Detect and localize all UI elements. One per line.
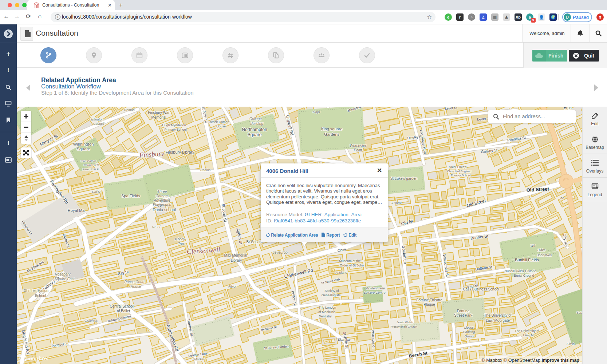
svg-text:Royal Ma: Royal Ma	[68, 208, 85, 213]
svg-text:Kings: Kings	[313, 110, 320, 114]
svg-text:CF Fl: CF Fl	[152, 225, 161, 229]
svg-text:House: House	[216, 124, 226, 128]
svg-text:Subway: Subway	[576, 311, 582, 314]
svg-text:Prince Court: Prince Court	[124, 280, 145, 284]
svg-text:Order of St John: Order of St John	[340, 264, 364, 267]
svg-text:Law, M: Law, M	[523, 333, 534, 337]
svg-text:The University of: The University of	[515, 329, 539, 333]
svg-text:he: he	[560, 196, 564, 200]
svg-text:atrick Coman: atrick Coman	[210, 120, 229, 124]
svg-text:Square East: Square East	[54, 277, 75, 281]
svg-text:Skan ka: Skan ka	[338, 338, 350, 341]
svg-text:Worcester: Worcester	[350, 144, 366, 148]
svg-text:Dania school: Dania school	[153, 207, 176, 212]
svg-text:Albion: Albion	[228, 285, 237, 288]
svg-text:Peter & St P: Peter & St P	[83, 168, 99, 171]
svg-text:Leveurop: Leveurop	[272, 250, 288, 254]
svg-text:Banking: Banking	[463, 330, 475, 334]
svg-text:Saint Luke's: Saint Luke's	[449, 165, 467, 169]
svg-text:Golden Lane: Golden Lane	[366, 286, 385, 290]
svg-text:Primary School: Primary School	[451, 174, 470, 177]
svg-text:Church of S: Church of S	[84, 163, 99, 167]
svg-text:of Medicine: of Medicine	[318, 310, 335, 314]
svg-text:of Ballet: of Ballet	[117, 309, 130, 313]
svg-text:man Catholi: man Catholi	[81, 159, 96, 163]
svg-text:Gardens: Gardens	[324, 132, 340, 136]
svg-text:Islington: Islington	[91, 118, 103, 121]
svg-text:Wil: Wil	[531, 244, 535, 248]
svg-text:Museum of the: Museum of the	[339, 259, 361, 263]
svg-text:Group: Group	[464, 335, 473, 338]
svg-text:Adventure: Adventure	[153, 198, 170, 202]
svg-text:Caf N: Caf N	[92, 190, 100, 194]
svg-text:Northampton: Northampton	[242, 127, 267, 132]
svg-text:House: House	[131, 285, 141, 289]
svg-text:Dentistry: Dentistry	[319, 314, 332, 318]
svg-text:Building: Building	[250, 122, 263, 126]
svg-text:The London: The London	[319, 306, 336, 309]
svg-text:Finsbury War: Finsbury War	[148, 111, 170, 115]
svg-text:L'Anno: L'Anno	[391, 201, 402, 205]
svg-text:Finsbury Library: Finsbury Library	[166, 150, 194, 154]
svg-text:Blake: Blake	[537, 248, 546, 252]
svg-text:Genealogists: Genealogists	[322, 293, 341, 297]
svg-text:Lloyds: Lloyds	[464, 326, 474, 329]
svg-text:Playground: Playground	[153, 203, 172, 207]
svg-text:Fortune: Fortune	[457, 309, 470, 313]
svg-text:Brun: Brun	[564, 107, 571, 110]
svg-text:Memorial: Memorial	[151, 115, 166, 119]
svg-text:Burial Ground: Burial Ground	[514, 274, 534, 277]
svg-text:Bunhill Fields Historic: Bunhill Fields Historic	[505, 269, 536, 273]
svg-text:Corners: Corners	[155, 194, 169, 198]
svg-text:Law, Moorgate: Law, Moorgate	[486, 318, 510, 323]
svg-text:The University of: The University of	[484, 313, 511, 317]
svg-text:Presbyterian Church: Presbyterian Church	[391, 325, 417, 328]
svg-text:Primary School: Primary School	[164, 128, 186, 131]
svg-text:Aholand: Aholand	[335, 271, 347, 274]
svg-text:Square: Square	[248, 132, 262, 137]
svg-text:Leisure Centre: Leisure Centre	[364, 291, 385, 294]
svg-text:P body: P body	[175, 237, 185, 241]
svg-text:Street Park: Street Park	[454, 313, 473, 317]
svg-text:School: School	[35, 294, 46, 298]
svg-text:Church of England: Church of England	[447, 170, 471, 173]
svg-text:St Luke's garden: St Luke's garden	[390, 177, 418, 181]
svg-text:Trust: Trust	[178, 242, 185, 245]
svg-text:Fortune Theatre: Fortune Theatre	[416, 298, 442, 302]
svg-text:College: College	[249, 117, 262, 121]
svg-text:Wilmington: Wilmington	[73, 142, 94, 146]
svg-text:mapbox: mapbox	[27, 356, 48, 361]
svg-text:Rosebery: Rosebery	[55, 272, 71, 276]
svg-text:Max Memorial: Max Memorial	[224, 253, 247, 257]
svg-text:Market: Market	[194, 357, 204, 361]
svg-text:Remus: Remus	[124, 108, 135, 112]
svg-text:John Wes: John Wes	[537, 253, 552, 257]
svg-text:Graphics: Graphics	[84, 319, 98, 323]
svg-text:Library: Library	[231, 258, 242, 262]
svg-text:Square: Square	[76, 147, 90, 151]
svg-text:Hugh Myddelton: Hugh Myddelton	[162, 123, 186, 127]
svg-text:Plaque: Plaque	[423, 302, 435, 306]
svg-text:Radius: Radius	[200, 168, 211, 172]
svg-text:Spa Fields: Spa Fields	[121, 194, 140, 198]
svg-text:Chri her Hatton: Chri her Hatton	[24, 289, 48, 293]
svg-text:Central School: Central School	[110, 304, 134, 308]
svg-text:Council: Council	[93, 122, 105, 126]
svg-text:Finsb: Finsb	[567, 342, 575, 346]
svg-text:Jewin Welsh: Jewin Welsh	[397, 321, 413, 324]
svg-text:Point: Point	[354, 148, 363, 152]
svg-text:Bunhill Fields: Bunhill Fields	[515, 258, 539, 262]
svg-text:King square: King square	[321, 127, 343, 131]
svg-text:Three: Three	[157, 190, 167, 194]
svg-text:Society of: Society of	[324, 289, 339, 293]
